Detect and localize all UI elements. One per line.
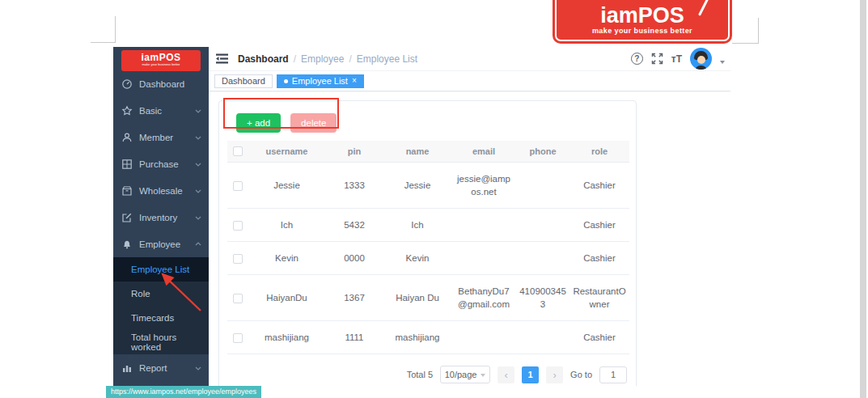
current-page-button[interactable]: 1 [522,366,539,383]
sidebar-item-label: Report [139,363,195,373]
caret-down-icon[interactable] [720,61,725,64]
page-scrollbar[interactable] [860,0,866,398]
cell-email [451,241,516,274]
sidebar-item-dashboard[interactable]: Dashboard [113,70,209,97]
table-row: mashijiang 1111 mashijiang Cashier [227,321,629,354]
cell-pin: 0000 [325,241,383,274]
chevron-down-icon [195,213,201,222]
sidebar-item-label: Basic [139,106,195,116]
member-icon [121,132,133,143]
cell-role: Cashier [569,321,629,354]
inventory-icon [121,212,133,223]
page-frame-fragment [91,42,116,43]
pagination-total: Total 5 [407,370,433,379]
page-size-value: 10/page [445,370,477,379]
brand-title: iamPOS [600,6,684,26]
breadcrumb-dashboard[interactable]: Dashboard [238,53,289,65]
chevron-down-icon [195,159,201,169]
row-checkbox[interactable] [233,333,243,343]
sidebar-logo-tagline: make your business better [121,62,201,67]
close-icon[interactable]: × [352,77,357,85]
table-row: HaiyanDu 1367 Haiyan Du BethanyDu7@gmail… [227,274,629,320]
cell-pin: 5432 [325,208,383,241]
column-header-role: role [569,141,629,162]
pagination: Total 5 10/page ‹ 1 › Go to [227,366,628,383]
bell-icon [121,239,133,250]
brand-logo-tooltip: iamPOS make your business better [553,0,732,44]
chevron-down-icon [195,363,201,373]
cell-email [451,321,516,354]
sidebar-item-inventory[interactable]: Inventory [113,204,209,231]
cell-email [451,208,516,241]
cell-role: RestaurantOwner [569,274,629,320]
prev-page-button[interactable]: ‹ [498,366,514,383]
sidebar-nav: Dashboard Basic Member [113,70,209,386]
tab-employee-list[interactable]: Employee List × [277,74,364,88]
cell-username: mashijiang [248,321,325,354]
cell-pin: 1333 [325,162,383,208]
cell-phone [516,162,569,208]
row-checkbox[interactable] [233,294,243,303]
column-header-phone: phone [516,141,569,162]
sidebar-item-member[interactable]: Member [113,124,209,150]
sidebar-item-label: Employee [139,239,195,249]
brand-tagline: make your business better [592,27,692,35]
app-window: iamPOS make your business better Dashboa… [113,47,730,386]
sidebar-item-total-hours-worked[interactable]: Total hours worked [113,330,209,354]
cell-username: HaiyanDu [248,274,325,320]
report-icon [121,362,133,374]
sidebar-item-report[interactable]: Report [113,354,209,381]
breadcrumb-separator: / [349,53,351,65]
column-header-pin: pin [325,141,383,162]
dashboard-icon [121,78,133,90]
screenshot-canvas: iamPOS make your business better iamPOS … [0,0,868,398]
avatar[interactable] [690,48,712,70]
sidebar-subitem-label: Role [131,289,150,298]
cell-phone: 4109003453 [516,274,569,320]
sidebar-item-label: Dashboard [139,79,201,89]
chevron-down-icon [195,133,201,142]
sidebar-item-wholesale[interactable]: Wholesale [113,177,209,204]
annotation-highlight-box [223,98,339,129]
sidebar-item-employee[interactable]: Employee [113,231,209,257]
cell-name: Jessie [383,162,451,208]
goto-page-input[interactable] [599,366,627,383]
cell-phone [516,321,569,354]
fullscreen-icon[interactable] [651,53,663,65]
hamburger-icon[interactable] [215,53,229,65]
cell-phone [516,241,569,274]
employee-list-card: + add delete username pin [218,100,637,386]
sidebar-item-purchase[interactable]: Purchase [113,150,209,177]
content-area: + add delete username pin [209,92,730,386]
avatar-face [697,56,705,64]
topbar-actions: ? тT [631,47,725,70]
cell-phone [516,208,569,241]
help-icon[interactable]: ? [631,53,643,65]
select-all-checkbox[interactable] [233,146,243,156]
avatar-body [695,66,707,70]
row-checkbox[interactable] [233,181,243,191]
chevron-down-icon [481,374,485,377]
next-page-button[interactable]: › [546,366,563,383]
star-icon [121,105,133,116]
sidebar-item-basic[interactable]: Basic [113,97,209,124]
brand-dollar-slash [698,0,713,16]
page-size-select[interactable]: 10/page [440,366,490,383]
topbar: Dashboard / Employee / Employee List ? т… [209,47,730,71]
breadcrumb-employee-list: Employee List [357,53,417,65]
wholesale-icon [121,185,133,197]
page-frame-fragment [732,43,759,44]
purchase-icon [121,159,133,170]
chevron-down-icon [195,106,201,116]
cell-name: mashijiang [383,321,451,354]
breadcrumb-employee[interactable]: Employee [301,53,344,65]
row-checkbox[interactable] [233,254,243,264]
cell-name: Ich [383,208,451,241]
column-header-name: name [383,141,451,162]
goto-label: Go to [570,370,592,379]
employee-table: username pin name email phone role [227,141,629,354]
sidebar-logo[interactable]: iamPOS make your business better [121,50,201,71]
row-checkbox[interactable] [233,221,243,231]
tab-dashboard[interactable]: Dashboard [214,74,273,88]
font-size-icon[interactable]: тT [671,53,682,65]
